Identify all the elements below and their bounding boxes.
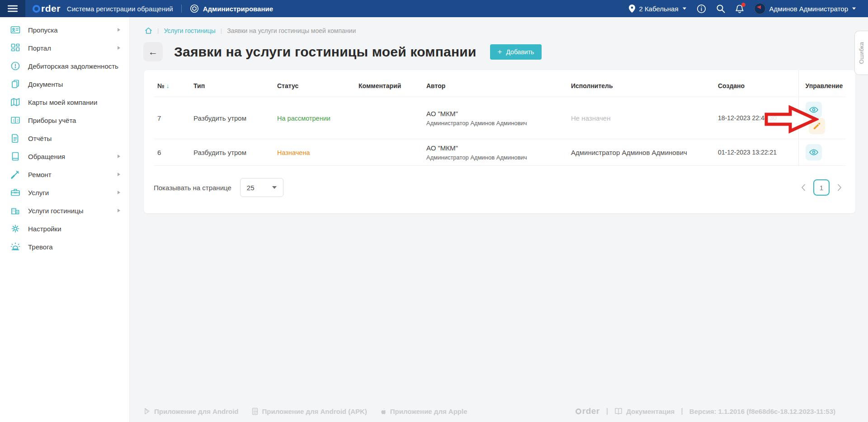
requests-table-card: №↓ Тип Статус Комментарий Автор Исполнит…: [144, 70, 855, 213]
eye-icon: [809, 149, 818, 155]
hamburger-menu-button[interactable]: [0, 0, 25, 17]
add-button[interactable]: + Добавить: [490, 44, 542, 60]
order-logo[interactable]: rder: [33, 3, 61, 14]
chevron-right-icon: [118, 155, 120, 158]
info-button[interactable]: [697, 4, 706, 14]
location-selector[interactable]: 2 Кабельная: [629, 5, 686, 13]
sidebar-item-propuska[interactable]: Пропуска: [0, 21, 129, 39]
search-icon: [716, 4, 725, 13]
sidebar-item-label: Документы: [28, 80, 63, 88]
hotel-icon: [10, 206, 20, 216]
cell-comment: [355, 139, 423, 166]
sidebar-item-dokumenty[interactable]: Документы: [0, 75, 129, 93]
topbar-right: 2 Кабельная Админов Администратор: [629, 3, 868, 14]
chevron-right-icon: [118, 209, 120, 212]
documents-icon: [10, 79, 20, 89]
view-button[interactable]: [806, 102, 822, 118]
cell-comment: [355, 97, 423, 139]
requests-table: №↓ Тип Статус Комментарий Автор Исполнит…: [154, 70, 845, 166]
order-logo-o-icon: [576, 408, 581, 414]
chevron-right-icon: [118, 46, 120, 50]
sidebar-item-label: Услуги: [28, 189, 49, 197]
footer-separator: |: [681, 407, 683, 415]
apple-app-link[interactable]: Приложение для Apple: [380, 408, 467, 415]
sidebar-item-debitorka[interactable]: Дебиторская задолженность: [0, 57, 129, 75]
sort-desc-icon[interactable]: ↓: [166, 82, 170, 89]
svg-text:2: 2: [16, 118, 19, 122]
cell-executor: Не назначен: [571, 114, 610, 122]
back-button[interactable]: ←: [143, 42, 163, 61]
info-icon: [697, 4, 706, 14]
author-name: Администратор Админов Админович: [426, 120, 564, 127]
breadcrumb-current: Заявки на услуги гостиницы моей компании: [227, 27, 356, 34]
cell-num: 6: [154, 139, 190, 166]
user-menu[interactable]: Админов Администратор: [754, 3, 856, 14]
sidebar-item-otchety[interactable]: Отчёты: [0, 129, 129, 147]
table-header-row: №↓ Тип Статус Комментарий Автор Исполнит…: [154, 70, 845, 97]
apple-icon: [380, 408, 387, 415]
cell-author: АО "МКМ" Администратор Админов Админович: [423, 139, 567, 166]
sidebar-item-label: Тревога: [28, 243, 53, 251]
sidebar-item-karty[interactable]: Карты моей компании: [0, 93, 129, 111]
alert-circle-icon: [10, 61, 20, 71]
notifications-button[interactable]: [735, 4, 744, 14]
sidebar: Пропуска Портал Дебиторская задолженност…: [0, 17, 130, 422]
current-page-button[interactable]: 1: [813, 179, 830, 196]
sidebar-item-nastroyki[interactable]: Настройки: [0, 220, 129, 238]
svg-text:1: 1: [13, 118, 15, 122]
tablet-icon: [10, 151, 20, 161]
error-tab-label: Ошибка: [858, 42, 865, 64]
sidebar-item-label: Дебиторская задолженность: [28, 62, 118, 70]
status-badge: Назначена: [277, 149, 310, 156]
sidebar-item-uslugi-gostinicy[interactable]: Услуги гостиницы: [0, 202, 129, 220]
administration-menu[interactable]: Администрирование: [190, 4, 273, 13]
sidebar-item-label: Услуги гостиницы: [28, 207, 84, 215]
status-badge: На рассмотрении: [277, 115, 330, 122]
sidebar-item-label: Настройки: [28, 225, 61, 233]
topbar-separator: [181, 5, 182, 13]
map-icon: [10, 97, 20, 107]
cell-type: Разбудить утром: [190, 139, 274, 166]
pagination: 1: [801, 179, 842, 196]
sidebar-item-label: Обращения: [28, 153, 65, 160]
administration-icon: [190, 4, 199, 13]
footer-order-logo: rder: [576, 406, 600, 416]
column-header-type: Тип: [190, 70, 274, 97]
sidebar-item-pribory[interactable]: 12 Приборы учёта: [0, 111, 129, 129]
sidebar-item-portal[interactable]: Портал: [0, 39, 129, 57]
cell-type: Разбудить утром: [190, 97, 274, 139]
next-page-button[interactable]: [837, 184, 842, 191]
report-icon: [10, 133, 20, 143]
view-button[interactable]: [806, 144, 822, 160]
topbar: rder Система регистрации обращений Админ…: [0, 0, 868, 17]
sidebar-item-trevoga[interactable]: Тревога: [0, 238, 129, 256]
sidebar-item-uslugi[interactable]: Услуги: [0, 183, 129, 202]
error-feedback-tab[interactable]: Ошибка: [854, 31, 868, 75]
table-row[interactable]: 7 Разбудить утром На рассмотрении АО "МК…: [154, 97, 845, 139]
search-button[interactable]: [716, 4, 725, 13]
per-page-label: Показывать на странице: [154, 184, 231, 192]
per-page-select[interactable]: 25: [240, 178, 283, 197]
sidebar-item-obrashcheniya[interactable]: Обращения: [0, 147, 129, 165]
cell-manage: [798, 139, 845, 166]
sidebar-item-label: Приборы учёта: [28, 117, 76, 124]
android-app-link[interactable]: Приложение для Android: [144, 408, 239, 415]
sidebar-item-remont[interactable]: Ремонт: [0, 165, 129, 183]
title-row: ← Заявки на услуги гостиницы моей компан…: [143, 42, 868, 61]
column-header-num[interactable]: №↓: [154, 70, 190, 97]
cell-num: 7: [154, 97, 190, 139]
administration-label: Администрирование: [203, 5, 273, 13]
order-logo-text: rder: [41, 3, 61, 14]
prev-page-button[interactable]: [801, 184, 806, 191]
table-row[interactable]: 6 Разбудить утром Назначена АО "МКМ" Адм…: [154, 139, 845, 166]
notification-badge: [741, 3, 745, 7]
edit-button[interactable]: [809, 118, 825, 134]
breadcrumb-link-section[interactable]: Услуги гостиницы: [164, 27, 215, 34]
home-icon[interactable]: [145, 27, 152, 34]
documentation-link[interactable]: Документация: [614, 408, 675, 415]
author-name: Администратор Админов Админович: [426, 154, 564, 161]
cell-manage: [798, 97, 845, 139]
caret-down-icon: [852, 8, 856, 10]
android-apk-link[interactable]: APK Приложение для Android (APK): [251, 408, 367, 415]
sidebar-item-label: Пропуска: [28, 26, 58, 34]
